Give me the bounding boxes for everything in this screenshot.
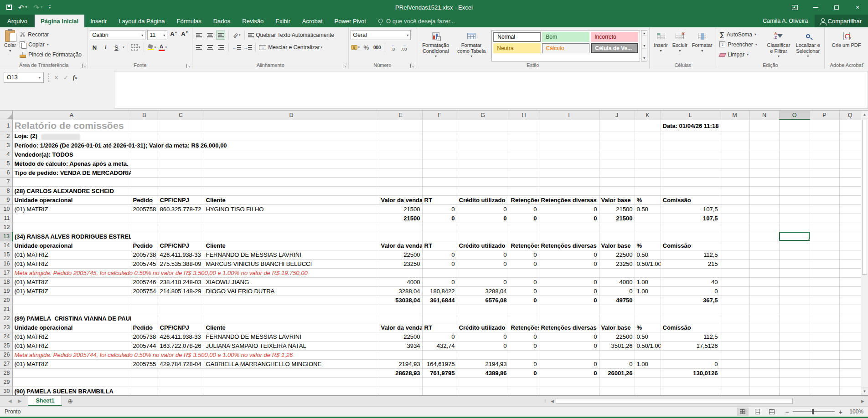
cell-C25[interactable]: 163.722.078-26 — [158, 341, 204, 350]
cell-Q6[interactable] — [839, 168, 861, 177]
cell-O18[interactable] — [779, 277, 810, 286]
cell-F3[interactable] — [422, 141, 457, 150]
cell-C2[interactable] — [158, 132, 204, 141]
style-calculo[interactable]: Cálculo — [542, 43, 589, 53]
cell-I17[interactable] — [539, 268, 599, 277]
cell-A2[interactable]: Loja: (2) — [12, 132, 131, 141]
cell-C6[interactable] — [158, 168, 204, 177]
cell-G22[interactable] — [457, 314, 509, 323]
cell-M5[interactable] — [720, 159, 749, 168]
cell-G25[interactable]: 0 — [457, 341, 509, 350]
tab-power-pivot[interactable]: Power Pivot — [329, 15, 372, 27]
cell-J20[interactable]: 49750 — [599, 296, 635, 305]
cell-N14[interactable] — [749, 241, 779, 250]
cell-I11[interactable]: 0 — [539, 214, 599, 223]
sheet-nav-left-icon[interactable]: ◀ — [8, 398, 12, 403]
vertical-scroll-thumb[interactable] — [862, 120, 867, 275]
cell-G7[interactable] — [457, 177, 509, 186]
cell-A9[interactable]: Unidade operacional — [12, 195, 131, 204]
format-as-table-button[interactable]: Formatar como Tabela ▾ — [453, 29, 490, 61]
row-header-23[interactable]: 23 — [0, 323, 12, 332]
row-header-20[interactable]: 20 — [0, 296, 12, 305]
cell-M10[interactable] — [720, 204, 749, 214]
cell-L15[interactable]: 112,5 — [661, 250, 720, 259]
style-bom[interactable]: Bom — [542, 32, 589, 42]
cell-H21[interactable] — [509, 305, 539, 314]
cell-P18[interactable] — [810, 277, 839, 286]
cell-D11[interactable] — [204, 214, 379, 223]
cell-E30[interactable] — [379, 387, 422, 395]
cell-N21[interactable] — [749, 305, 779, 314]
column-header-D[interactable]: D — [204, 111, 379, 120]
cell-I22[interactable] — [539, 314, 599, 323]
column-header-K[interactable]: K — [635, 111, 661, 120]
cell-L28[interactable]: 130,0126 — [661, 368, 720, 377]
cell-Q1[interactable] — [839, 120, 861, 132]
cell-J7[interactable] — [599, 177, 635, 186]
cell-M17[interactable] — [720, 268, 749, 277]
cell-J14[interactable]: Valor base — [599, 241, 635, 250]
cell-L19[interactable]: 0 — [661, 286, 720, 296]
cell-G27[interactable]: 2194,93 — [457, 359, 509, 368]
cell-F15[interactable]: 0 — [422, 250, 457, 259]
cell-I2[interactable] — [539, 132, 599, 141]
cell-A21[interactable] — [12, 305, 131, 314]
cell-L5[interactable] — [661, 159, 720, 168]
cell-E6[interactable] — [379, 168, 422, 177]
cell-G6[interactable] — [457, 168, 509, 177]
cell-O9[interactable] — [779, 195, 810, 204]
cell-F8[interactable] — [422, 186, 457, 195]
row-header-11[interactable]: 11 — [0, 214, 12, 223]
cell-M8[interactable] — [720, 186, 749, 195]
cell-L17[interactable] — [661, 268, 720, 277]
sort-filter-button[interactable]: AZ Classificar e Filtrar ▾ — [764, 29, 793, 61]
cell-Q30[interactable] — [839, 387, 861, 395]
cell-J24[interactable]: 22500 — [599, 332, 635, 341]
column-header-E[interactable]: E — [379, 111, 422, 120]
cell-F10[interactable]: 0 — [422, 204, 457, 214]
cell-H1[interactable] — [509, 120, 539, 132]
cell-D6[interactable] — [204, 168, 379, 177]
cell-J11[interactable]: 21500 — [599, 214, 635, 223]
cell-B2[interactable] — [131, 132, 158, 141]
cell-A23[interactable]: Unidade operacional — [12, 323, 131, 332]
cell-K15[interactable]: 0.50 — [635, 250, 661, 259]
cell-F1[interactable] — [422, 120, 457, 132]
cell-J19[interactable]: 0 — [599, 286, 635, 296]
column-header-P[interactable]: P — [810, 111, 839, 120]
cell-O28[interactable] — [779, 368, 810, 377]
cell-P14[interactable] — [810, 241, 839, 250]
cell-A1[interactable]: Relatório de comissões — [12, 120, 131, 132]
cell-D22[interactable] — [204, 314, 379, 323]
cell-K25[interactable]: 0.50/1.00 — [635, 341, 661, 350]
cell-M9[interactable] — [720, 195, 749, 204]
cell-O27[interactable] — [779, 359, 810, 368]
cell-J6[interactable] — [599, 168, 635, 177]
cell-I29[interactable] — [539, 377, 599, 387]
cell-A19[interactable]: (01) MATRIZ — [12, 286, 131, 296]
increase-indent-button[interactable]: → — [243, 43, 252, 52]
cell-O13[interactable] — [779, 232, 810, 241]
cell-L20[interactable]: 367,5 — [661, 296, 720, 305]
cell-D20[interactable] — [204, 296, 379, 305]
cell-J21[interactable] — [599, 305, 635, 314]
cell-J2[interactable] — [599, 132, 635, 141]
decrease-font-button[interactable]: A▼ — [180, 31, 189, 40]
align-bottom-button[interactable] — [216, 31, 225, 40]
cell-M11[interactable] — [720, 214, 749, 223]
column-header-B[interactable]: B — [131, 111, 158, 120]
font-family-combo[interactable]: Calibri▾ — [90, 30, 145, 40]
cell-E11[interactable]: 21500 — [379, 214, 422, 223]
cell-C20[interactable] — [158, 296, 204, 305]
tab-inserir[interactable]: Inserir — [84, 15, 113, 27]
cell-E3[interactable] — [379, 141, 422, 150]
cell-I8[interactable] — [539, 186, 599, 195]
cell-P15[interactable] — [810, 250, 839, 259]
cell-A12[interactable] — [12, 223, 131, 232]
borders-button[interactable]: ▾ — [131, 43, 140, 52]
collapse-ribbon-icon[interactable]: ⌃ — [862, 62, 865, 67]
cell-L16[interactable]: 215 — [661, 259, 720, 268]
cell-C13[interactable] — [158, 232, 204, 241]
cell-K27[interactable]: 1.00 — [635, 359, 661, 368]
cell-I10[interactable]: 0 — [539, 204, 599, 214]
